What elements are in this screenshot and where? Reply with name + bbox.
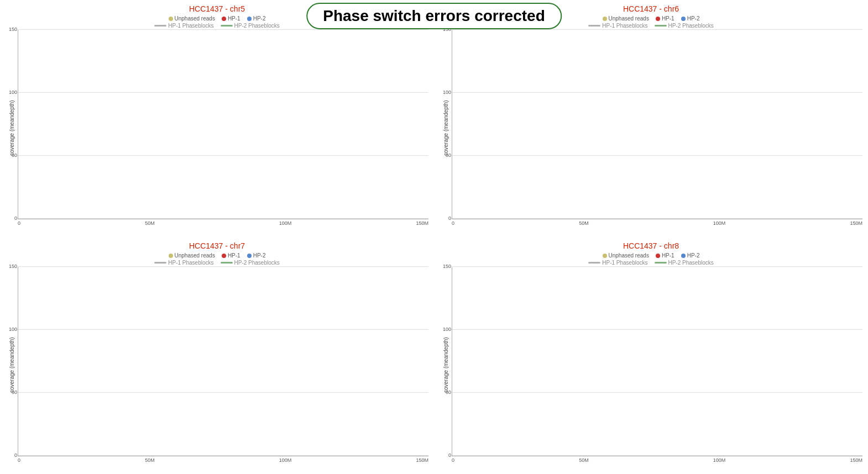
legend-label-pb2-chr5: HP-2 Phaseblocks — [234, 23, 280, 29]
legend-pb1-chr6: HP-1 Phaseblocks — [588, 23, 647, 29]
legend-label-hp2-chr6: HP-2 — [687, 15, 700, 22]
legend-dot-hp1-chr8 — [656, 254, 660, 258]
chart-title-chr6: HCC1437 - chr6 — [623, 4, 679, 13]
legend-label-hp2-chr8: HP-2 — [687, 252, 700, 259]
legend-hp2-chr5: HP-2 — [247, 15, 266, 22]
legend-label-pb2-chr6: HP-2 Phaseblocks — [668, 23, 714, 29]
legend-label-hp2-chr7: HP-2 — [253, 252, 266, 259]
legend-pb1-chr8: HP-1 Phaseblocks — [588, 260, 647, 266]
legend-unphased-chr5: Unphased reads — [169, 15, 215, 22]
scatter-canvas-chr7 — [18, 267, 428, 456]
legend-pb2-chr7: HP-2 Phaseblocks — [221, 260, 280, 266]
x-tick-150m-chr8: 150M — [850, 457, 862, 463]
legend-hp1-chr7: HP-1 — [222, 252, 240, 259]
legend-dot-hp1-chr5 — [222, 17, 226, 21]
legend-label-hp1-chr8: HP-1 — [662, 252, 674, 259]
legend-dot-hp2-chr7 — [247, 254, 252, 258]
legend-dot-unphased-chr6 — [603, 17, 607, 21]
x-tick-150m-chr6: 150M — [850, 220, 862, 226]
x-tick-labels-chr8: 0 50M 100M 150M — [452, 457, 862, 463]
legend-label-pb1-chr8: HP-1 Phaseblocks — [602, 260, 647, 266]
legend-dot-hp2-chr5 — [247, 17, 252, 21]
legend-hp2-chr7: HP-2 — [247, 252, 266, 259]
x-tick-100m-chr7: 100M — [279, 457, 292, 463]
x-tick-labels-chr7: 0 50M 100M 150M — [18, 457, 428, 463]
y-axis-label-chr6: coverage (meandepth) — [440, 30, 452, 226]
x-tick-150m-chr7: 150M — [416, 457, 428, 463]
chart-panel-chr7: HCC1437 - chr7 Unphased reads HP-1 HP-2 — [0, 237, 434, 474]
legend-dot-unphased-chr5 — [169, 17, 173, 21]
legend-line-pb1-chr7 — [154, 262, 166, 264]
legend-line-pb2-chr5 — [221, 25, 233, 27]
legend-dot-hp2-chr6 — [681, 17, 686, 21]
chart-plot-chr6: 0 50 100 150 — [452, 30, 862, 219]
legend-dot-hp2-chr8 — [681, 254, 686, 258]
legend-row2-chr8: HP-1 Phaseblocks HP-2 Phaseblocks — [588, 260, 714, 266]
x-tick-50m-chr8: 50M — [579, 457, 589, 463]
x-tick-150m-chr5: 150M — [416, 220, 428, 226]
legend-dot-hp1-chr7 — [222, 254, 226, 258]
legend-hp1-chr8: HP-1 — [656, 252, 674, 259]
y-axis-label-chr5: coverage (meandepth) — [6, 30, 18, 226]
legend-label-unphased-chr6: Unphased reads — [609, 15, 649, 22]
chart-panel-chr5: HCC1437 - chr5 Unphased reads HP-1 HP-2 — [0, 0, 434, 237]
x-tick-0-chr8: 0 — [452, 457, 454, 463]
chart-area-chr8: coverage (meandepth) 0 50 100 150 0 50M … — [440, 267, 862, 463]
x-tick-labels-chr5: 0 50M 100M 150M — [18, 220, 428, 226]
scatter-canvas-chr5 — [18, 30, 428, 219]
legend-row1-chr5: Unphased reads HP-1 HP-2 — [169, 15, 266, 22]
y-axis-label-chr7: coverage (meandepth) — [6, 267, 18, 463]
chart-title-chr5: HCC1437 - chr5 — [189, 4, 245, 13]
legend-dot-unphased-chr8 — [603, 254, 607, 258]
legend-label-hp1-chr7: HP-1 — [228, 252, 240, 259]
legend-pb2-chr6: HP-2 Phaseblocks — [655, 23, 714, 29]
legend-line-pb1-chr5 — [154, 25, 166, 27]
legend-label-pb1-chr7: HP-1 Phaseblocks — [168, 260, 213, 266]
chart-plot-chr7: 0 50 100 150 — [18, 267, 428, 456]
legend-row1-chr6: Unphased reads HP-1 HP-2 — [603, 15, 700, 22]
x-tick-50m-chr6: 50M — [579, 220, 589, 226]
x-tick-100m-chr5: 100M — [279, 220, 292, 226]
chart-panel-chr8: HCC1437 - chr8 Unphased reads HP-1 HP-2 — [434, 237, 868, 474]
x-tick-100m-chr8: 100M — [713, 457, 726, 463]
legend-label-pb2-chr8: HP-2 Phaseblocks — [668, 260, 714, 266]
x-tick-0-chr6: 0 — [452, 220, 454, 226]
x-tick-0-chr5: 0 — [18, 220, 20, 226]
legend-row2-chr6: HP-1 Phaseblocks HP-2 Phaseblocks — [588, 23, 714, 29]
x-tick-100m-chr6: 100M — [713, 220, 726, 226]
legend-pb2-chr8: HP-2 Phaseblocks — [655, 260, 714, 266]
legend-unphased-chr8: Unphased reads — [603, 252, 649, 259]
legend-row2-chr7: HP-1 Phaseblocks HP-2 Phaseblocks — [154, 260, 280, 266]
x-tick-labels-chr6: 0 50M 100M 150M — [452, 220, 862, 226]
legend-hp1-chr5: HP-1 — [222, 15, 240, 22]
legend-unphased-chr7: Unphased reads — [169, 252, 215, 259]
legend-row1-chr8: Unphased reads HP-1 HP-2 — [603, 252, 700, 259]
legend-pb2-chr5: HP-2 Phaseblocks — [221, 23, 280, 29]
phase-switch-text: Phase switch errors corrected — [323, 7, 545, 24]
chart-title-chr7: HCC1437 - chr7 — [189, 241, 245, 250]
page-container: Phase switch errors corrected HCC1437 - … — [0, 0, 868, 474]
scatter-canvas-chr6 — [452, 30, 862, 219]
legend-line-pb2-chr7 — [221, 262, 233, 264]
phase-switch-annotation: Phase switch errors corrected — [306, 3, 562, 29]
legend-label-hp2-chr5: HP-2 — [253, 15, 266, 22]
legend-label-unphased-chr8: Unphased reads — [609, 252, 649, 259]
x-tick-50m-chr7: 50M — [145, 457, 155, 463]
chart-title-chr8: HCC1437 - chr8 — [623, 241, 679, 250]
chart-area-chr7: coverage (meandepth) 0 50 100 150 0 50M … — [6, 267, 428, 463]
legend-line-pb1-chr6 — [588, 25, 600, 27]
legend-row2-chr5: HP-1 Phaseblocks HP-2 Phaseblocks — [154, 23, 280, 29]
legend-line-pb2-chr8 — [655, 262, 667, 264]
legend-label-pb1-chr5: HP-1 Phaseblocks — [168, 23, 213, 29]
x-tick-50m-chr5: 50M — [145, 220, 155, 226]
legend-pb1-chr7: HP-1 Phaseblocks — [154, 260, 213, 266]
legend-line-pb1-chr8 — [588, 262, 600, 264]
y-axis-label-chr8: coverage (meandepth) — [440, 267, 452, 463]
legend-hp2-chr6: HP-2 — [681, 15, 700, 22]
chart-plot-chr5: 0 50 100 150 — [18, 30, 428, 219]
chart-area-chr5: coverage (meandepth) 0 50 100 150 0 50M — [6, 30, 428, 226]
legend-row1-chr7: Unphased reads HP-1 HP-2 — [169, 252, 266, 259]
legend-unphased-chr6: Unphased reads — [603, 15, 649, 22]
chart-panel-chr6: HCC1437 - chr6 Unphased reads HP-1 HP-2 — [434, 0, 868, 237]
scatter-canvas-chr8 — [452, 267, 862, 456]
